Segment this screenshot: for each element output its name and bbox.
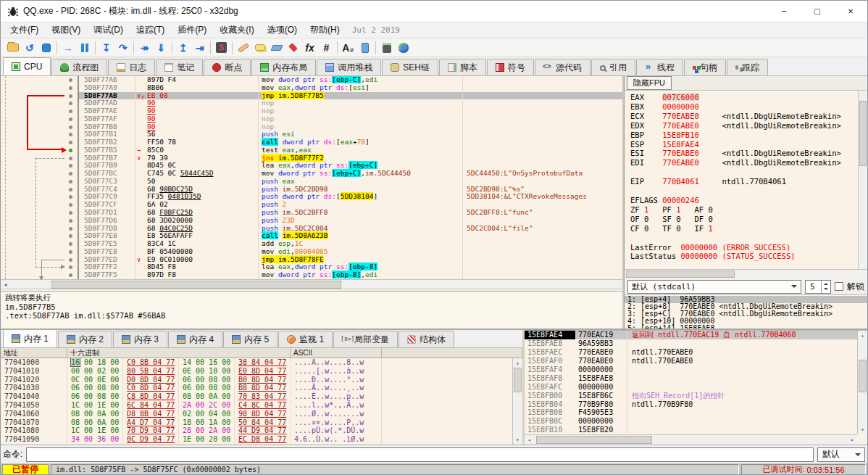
tab-log[interactable]: 日志 [108,59,155,75]
memory-row[interactable]: 770410200C 00 0E 00D0 8D 04 7706 00 08 0… [1,376,512,384]
scroll-thumb[interactable] [626,270,735,278]
row-dot[interactable] [69,234,72,238]
memory-vscrollbar[interactable]: ▴ ▾ [512,358,522,445]
scroll-left-icon[interactable]: ◂ [1,280,10,289]
memory-row[interactable]: 7704109034 00 36 000C D9 04 771E 00 20 0… [1,435,512,444]
stack-row[interactable]: 15E8FAFC00000000 [525,383,857,392]
memory-row[interactable]: 7704100016 00 18 00C0 8B 04 7714 00 16 0… [1,358,512,367]
pause-button[interactable] [76,40,93,56]
comments-button[interactable] [251,40,268,56]
disasm-row[interactable]: 5D8F77F5897D F8mov dword ptr ss:[ebp-8],… [1,271,622,279]
register-line[interactable]: EBX 00000000 [630,102,858,112]
stepper-arrows[interactable] [821,281,830,293]
labels-button[interactable] [268,40,285,56]
tab-trace[interactable]: 跟踪 [727,59,768,75]
register-line[interactable]: ECX 770EABE0 <ntdll.DbgUiRemoteBreakin> [630,112,858,121]
calculator-button[interactable] [378,40,395,56]
scroll-thumb[interactable] [859,360,867,392]
tab-watch-1[interactable]: 监视 1 [278,331,333,347]
bookmarks-button[interactable] [285,40,301,56]
scroll-down-icon[interactable]: ▾ [858,425,867,434]
register-line[interactable]: LastStatus 00000000 (STATUS_SUCCESS) [630,252,858,261]
row-dot[interactable] [69,195,72,199]
tab-breakpoints[interactable]: 断点 [204,59,251,75]
open-file-button[interactable] [4,40,21,56]
memory-row[interactable]: 770410501C 00 1E 006C 84 04 772A 00 2C 0… [1,401,512,410]
scroll-up-icon[interactable]: ▴ [513,358,522,368]
stack-row[interactable]: 15E8FAF0770EABE0ntdll.770EABE0 [525,357,857,365]
tab-memory-3[interactable]: 内存 3 [113,331,167,347]
register-line[interactable] [630,261,858,269]
register-line[interactable] [630,168,858,177]
trace-over-button[interactable]: ⇓ [153,40,170,56]
register-line[interactable]: EAX 007C6000 [630,93,858,102]
scroll-thumb[interactable] [51,281,341,289]
tab-struct[interactable]: 结构体 [398,331,454,347]
stack-hscrollbar[interactable]: ◂ ▸ [525,434,857,445]
maximize-button[interactable]: □ [801,1,834,22]
register-line[interactable]: CF 0 TF 0 IF 1 [630,224,858,234]
disassembly-hscrollbar[interactable]: ◂ [1,279,622,289]
stepper-up-icon[interactable] [824,281,828,285]
register-line[interactable]: EDX 770EABE0 <ntdll.DbgUiRemoteBreakin> [630,121,858,131]
tab-symbols[interactable]: 符号 [487,59,534,75]
stack-row[interactable]: 15E8FB0C00000000 [525,417,857,426]
row-dot[interactable] [69,94,72,98]
row-dot[interactable] [69,227,72,231]
tab-references[interactable]: 引用 [591,59,635,75]
scroll-down-icon[interactable]: ▾ [513,435,522,445]
row-dot[interactable] [69,265,72,269]
row-dot[interactable] [69,125,72,129]
menu-item-8[interactable]: 帮助(H) [304,22,346,38]
registers-hscrollbar[interactable] [625,269,867,278]
register-line[interactable] [630,234,858,243]
row-dot[interactable] [69,172,72,175]
hash-button[interactable]: # [318,40,335,56]
breakpoint-gutter[interactable] [1,84,79,92]
row-dot[interactable] [69,250,72,254]
register-line[interactable]: OF 0 SF 0 DF 0 [630,215,858,224]
tab-threads[interactable]: 线程 [636,59,683,75]
register-line[interactable]: EDI 770EABE0 <ntdll.DbgUiRemoteBreakin> [630,158,858,168]
menu-item-3[interactable]: 调试(D) [87,22,130,38]
scroll-right-icon[interactable]: ▸ [848,435,857,445]
minimize-button[interactable]: − [767,1,801,22]
tab-graph[interactable]: 流程图 [51,59,107,75]
scroll-thumb[interactable] [514,368,522,392]
memory-row[interactable]: 7704104006 00 08 00C8 8D 04 7708 00 0A 0… [1,392,512,401]
menu-item-1[interactable]: 文件(F) [4,22,45,38]
restart-button[interactable]: ↺ [21,40,38,56]
disasm-row[interactable]: 5D8F77E8BF 05400080mov edi,80004005 [1,248,622,256]
memory-dump-pane[interactable]: 内存 1内存 2内存 3内存 4内存 5监视 1局部变量结构体 地址 十六进制 … [1,330,522,445]
stack-row[interactable]: 15E8FAE4770EAC19返回到 ntdll.770EAC19 自 ntd… [525,331,857,339]
register-line[interactable]: ESP 15E8FAE4 [630,140,858,149]
row-dot[interactable] [69,157,72,160]
row-dot[interactable] [69,164,72,168]
trace-into-button[interactable]: ↠ [136,40,153,56]
row-dot[interactable] [69,203,72,207]
menu-item-4[interactable]: 追踪(T) [130,22,171,38]
tab-handles[interactable]: 句柄 [684,59,726,75]
tab-script[interactable]: 脚本 [439,59,486,75]
argument-count-stepper[interactable]: 5 [805,280,831,294]
scroll-thumb[interactable] [859,101,867,166]
tab-notes[interactable]: 笔记 [156,59,203,75]
tab-seh[interactable]: SEH链 [382,59,438,75]
calling-convention-select[interactable]: 默认 (stdcall) [627,280,801,294]
row-dot[interactable] [69,188,72,191]
tab-memory-5[interactable]: 内存 5 [223,331,277,347]
tab-locals[interactable]: 局部变量 [333,331,398,347]
stack-vscrollbar[interactable]: ▴ ▾ [857,331,867,434]
stack-row[interactable]: 15E8FAEC770EABE0ntdll.770EABE0 [525,348,857,357]
row-dot[interactable] [69,219,72,223]
step-over-button[interactable]: ↷ [114,40,131,56]
eip-target-dot[interactable] [69,149,72,152]
tab-memory-1[interactable]: 内存 1 [3,329,57,347]
row-dot[interactable] [69,133,72,136]
register-line[interactable]: EBP 15E8FB10 [630,131,858,140]
menu-item-7[interactable]: 选项(O) [261,22,304,38]
close-button[interactable]: × [834,1,867,22]
stop-button[interactable] [38,40,54,56]
tab-source[interactable]: 源代码 [535,59,591,75]
disasm-row[interactable]: 5D8F77AF90nop [1,115,622,123]
